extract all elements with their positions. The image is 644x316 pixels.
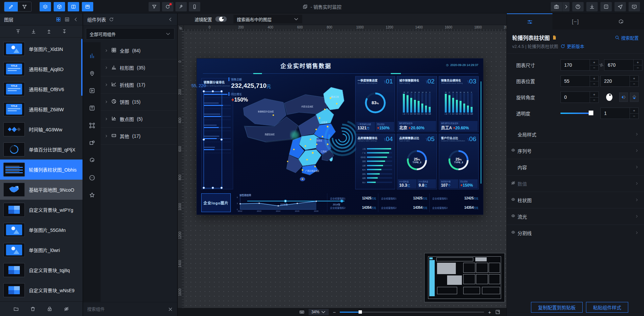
- selection-handle[interactable]: [220, 90, 223, 92]
- list-view-icon[interactable]: [64, 17, 70, 22]
- eye-off-icon[interactable]: [511, 181, 518, 187]
- doc-icon[interactable]: [552, 35, 557, 40]
- keyboard-shortcuts-icon[interactable]: [299, 309, 305, 315]
- rotation-field[interactable]: [561, 92, 590, 103]
- move-to-bottom-button[interactable]: [31, 29, 36, 34]
- help-button[interactable]: [572, 2, 584, 11]
- selection-handle[interactable]: [212, 187, 214, 189]
- delete-layer-button[interactable]: [30, 306, 36, 312]
- selection-handle[interactable]: [220, 138, 223, 141]
- opacity-field[interactable]: [601, 108, 630, 119]
- filter-tool-button[interactable]: [149, 2, 160, 11]
- canvas-viewport[interactable]: 企业实时销售数据 2020-09-29 14:29:37 销售额分省排名 Sal…: [184, 31, 506, 308]
- publish-button[interactable]: [614, 2, 626, 11]
- x-increase[interactable]: +: [590, 76, 598, 81]
- eye-icon[interactable]: [511, 230, 518, 236]
- component-filter-dropdown[interactable]: 全部可用组件: [86, 28, 174, 40]
- section-序列号[interactable]: 序列号: [507, 142, 644, 159]
- layer-item[interactable]: 时间轴_4G9Ww: [0, 119, 83, 139]
- layers-scrollbar[interactable]: [81, 39, 83, 96]
- section-内容[interactable]: 内容: [507, 159, 644, 175]
- tab-data[interactable]: [−]: [552, 13, 598, 29]
- rail-material-button[interactable]: [83, 134, 101, 151]
- y-decrease[interactable]: −: [630, 81, 638, 87]
- width-increase[interactable]: +: [590, 60, 598, 65]
- split-view-button[interactable]: [68, 2, 79, 11]
- component-panel-button[interactable]: [54, 2, 65, 11]
- canvas-layer-search-dropdown[interactable]: 搜索画布中的图层: [233, 15, 302, 23]
- rail-frame-button[interactable]: [83, 117, 101, 134]
- collapse-layers-icon[interactable]: [73, 17, 78, 22]
- clear-search-icon[interactable]: [168, 307, 173, 312]
- lock-layer-button[interactable]: [47, 306, 52, 312]
- section-数值[interactable]: 数值: [507, 175, 644, 192]
- y-increase[interactable]: +: [630, 76, 638, 81]
- selection-handle[interactable]: [212, 90, 214, 92]
- mobile-preview-button[interactable]: [189, 2, 200, 11]
- move-to-top-button[interactable]: [15, 29, 21, 34]
- category-全部[interactable]: 全部 (84): [101, 42, 177, 59]
- zoom-slider-thumb[interactable]: [359, 310, 362, 314]
- section-柱状图[interactable]: 柱状图: [507, 192, 644, 208]
- chart-y-field[interactable]: [601, 76, 630, 86]
- edit-mode-button[interactable]: [4, 2, 18, 11]
- section-流光[interactable]: 流光: [507, 208, 644, 225]
- update-version-link[interactable]: 更新版本: [560, 43, 584, 49]
- layer-item[interactable]: TITLE通用标题_AjqBD: [0, 59, 83, 79]
- refresh-components-icon[interactable]: [109, 17, 114, 22]
- rotate-increase[interactable]: +: [590, 92, 598, 98]
- zoom-slider[interactable]: [340, 312, 484, 313]
- zoom-in-button[interactable]: +: [488, 310, 491, 315]
- layer-item[interactable]: 自定义背景块_wNsE9: [0, 280, 83, 300]
- selection-handle[interactable]: [203, 187, 205, 189]
- layer-item[interactable]: 轮播列表柱状图_Obhis: [0, 160, 83, 180]
- layer-item[interactable]: 基础平面地图_9NcoO: [0, 180, 83, 200]
- snapshot-button[interactable]: [551, 2, 562, 11]
- chart-height-field[interactable]: [604, 60, 633, 70]
- search-config-link[interactable]: 搜索配置: [614, 35, 639, 41]
- opacity-decrease[interactable]: −: [630, 114, 638, 119]
- eye-icon[interactable]: [511, 213, 518, 219]
- refresh-tool-button[interactable]: [162, 2, 173, 11]
- copy-config-button[interactable]: 复制配置到剪贴板: [531, 302, 583, 313]
- grid-view-icon[interactable]: [56, 17, 61, 22]
- width-decrease[interactable]: −: [590, 65, 598, 71]
- layer-panel-button[interactable]: [40, 2, 51, 11]
- layer-item[interactable]: 单张图片_l0wri: [0, 240, 83, 260]
- zoom-level-dropdown[interactable]: 34%: [309, 309, 329, 315]
- category-柱形图[interactable]: 柱形图 (35): [101, 59, 177, 76]
- section-分割线[interactable]: 分割线: [507, 225, 644, 241]
- rail-map-button[interactable]: [83, 64, 101, 82]
- beautify-tool-button[interactable]: [175, 2, 187, 11]
- tab-interaction[interactable]: [598, 13, 644, 29]
- node-edit-button[interactable]: [18, 2, 31, 11]
- layer-item[interactable]: 单张图片_Xld3N: [0, 39, 83, 59]
- layer-item[interactable]: 自定义背景块_tqj8q: [0, 260, 83, 280]
- rail-chart-button[interactable]: [83, 47, 101, 64]
- chart-x-field[interactable]: [561, 76, 590, 86]
- layer-item[interactable]: 自定义背景块_wIPYg: [0, 200, 83, 220]
- opacity-slider[interactable]: [560, 113, 592, 114]
- category-散点图[interactable]: 散点图 (5): [101, 111, 177, 128]
- move-up-button[interactable]: [46, 29, 52, 34]
- height-increase[interactable]: +: [634, 60, 642, 65]
- opacity-slider-thumb[interactable]: [589, 111, 593, 115]
- flip-horizontal-button[interactable]: [619, 92, 628, 102]
- rail-media-button[interactable]: [83, 82, 101, 99]
- tab-settings[interactable]: [507, 13, 552, 29]
- ruler-toggle-button[interactable]: [178, 25, 184, 31]
- category-饼图[interactable]: 饼图 (15): [101, 93, 177, 111]
- rotation-dial[interactable]: [606, 93, 612, 101]
- dashboard-artboard[interactable]: 企业实时销售数据 2020-09-29 14:29:37 销售额分省排名 Sal…: [197, 59, 483, 214]
- zoom-out-button[interactable]: −: [333, 310, 336, 315]
- minimap[interactable]: [424, 253, 505, 302]
- rail-interact-button[interactable]: [83, 151, 101, 169]
- layer-item[interactable]: 单值百分比饼图_qPljX: [0, 139, 83, 160]
- move-down-button[interactable]: [62, 29, 67, 34]
- layer-item[interactable]: TITLE通用标题_Z6i8W: [0, 99, 83, 119]
- collapse-components-icon[interactable]: [168, 17, 173, 22]
- selection-handle[interactable]: [220, 187, 223, 189]
- section-global-style[interactable]: 全局样式: [507, 126, 644, 142]
- opacity-increase[interactable]: +: [630, 108, 638, 114]
- paste-style-button[interactable]: 粘贴组件样式: [586, 302, 628, 313]
